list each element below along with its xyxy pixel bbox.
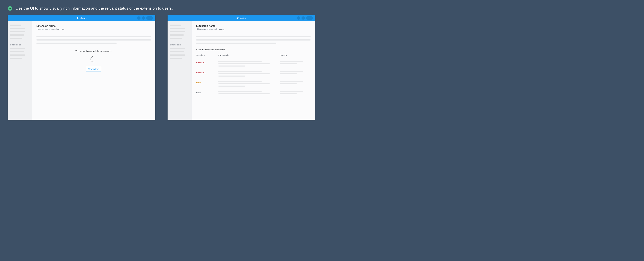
text-placeholder — [280, 61, 303, 62]
extension-subtitle: This extension is currently running. — [196, 28, 310, 30]
scan-status-message: The image is currently being scanned. — [76, 50, 112, 52]
sidebar-item[interactable] — [10, 34, 24, 36]
svg-rect-8 — [237, 17, 238, 18]
sidebar-section-label: EXTENSIONS — [10, 44, 30, 46]
sidebar-item[interactable] — [10, 31, 26, 32]
docker-brand: docker — [76, 17, 87, 19]
remedy-cell — [280, 91, 310, 94]
sidebar: EXTENSIONS — [168, 21, 192, 120]
sidebar-extension-item[interactable] — [170, 54, 185, 56]
table-header: Severity ↑ Error Details Remedy — [196, 54, 310, 58]
docker-brand-label: docker — [240, 17, 246, 19]
text-placeholder — [218, 65, 246, 66]
table-row[interactable]: HIGH — [196, 78, 310, 88]
text-placeholder — [280, 81, 303, 82]
error-details-cell — [218, 71, 272, 77]
text-placeholder — [218, 93, 270, 94]
spinner-icon — [90, 55, 98, 63]
docker-logo-icon — [76, 17, 80, 19]
content-area: Extension Name This extension is current… — [32, 21, 155, 120]
extension-subtitle: This extension is currently running. — [36, 28, 151, 30]
text-placeholder — [218, 91, 262, 92]
text-placeholder — [280, 63, 297, 64]
check-icon — [8, 6, 12, 11]
titlebar-control-icon[interactable] — [137, 16, 140, 20]
example-panels: docker EXTENSIONS — [8, 15, 636, 120]
severity-cell: CRITICAL — [196, 71, 218, 74]
table-row[interactable]: LOW — [196, 88, 310, 96]
guideline-row: Use the UI to show visually rich informa… — [8, 6, 636, 11]
sidebar-item[interactable] — [170, 34, 184, 36]
docker-brand-label: docker — [80, 17, 87, 19]
text-placeholder — [280, 93, 297, 94]
vulnerabilities-table: Severity ↑ Error Details Remedy CRITICAL… — [196, 54, 310, 96]
remedy-cell — [280, 81, 310, 84]
sidebar-item[interactable] — [10, 38, 22, 39]
text-placeholder — [280, 71, 303, 72]
titlebar-control-icon[interactable] — [302, 16, 305, 20]
error-details-cell — [218, 61, 272, 66]
sidebar-section-label: EXTENSIONS — [170, 44, 190, 46]
text-placeholder — [218, 81, 262, 82]
sidebar-extension-item[interactable] — [10, 54, 26, 56]
sidebar-item[interactable] — [10, 28, 25, 29]
description-line — [36, 42, 116, 44]
text-placeholder — [218, 83, 270, 84]
severity-cell: LOW — [196, 91, 218, 94]
titlebar: docker — [168, 15, 315, 21]
column-header-error-details[interactable]: Error Details — [218, 54, 280, 56]
description-line — [36, 36, 151, 37]
sidebar-divider — [170, 42, 190, 42]
svg-rect-9 — [238, 17, 238, 18]
text-placeholder — [280, 83, 297, 84]
column-header-severity[interactable]: Severity ↑ — [196, 54, 218, 56]
error-details-cell — [218, 81, 272, 87]
sidebar-item[interactable] — [170, 24, 181, 26]
text-placeholder — [218, 63, 270, 64]
sidebar-divider — [10, 42, 30, 42]
sidebar-extension-item[interactable] — [170, 51, 184, 52]
sidebar-item[interactable] — [170, 28, 185, 29]
text-placeholder — [218, 71, 262, 72]
svg-rect-4 — [78, 17, 78, 18]
error-details-cell — [218, 91, 272, 94]
view-details-button[interactable]: View details — [86, 67, 101, 71]
sidebar-item[interactable] — [170, 38, 182, 39]
docker-brand: docker — [236, 17, 246, 19]
text-placeholder — [218, 73, 270, 74]
text-placeholder — [218, 86, 246, 87]
sidebar-extension-item[interactable] — [10, 48, 25, 49]
sidebar-extension-item[interactable] — [10, 58, 22, 59]
titlebar-control-icon[interactable] — [297, 16, 300, 20]
example-panel-results: docker EXTENSIONS — [168, 15, 315, 120]
titlebar: docker — [8, 15, 155, 21]
description-line — [196, 42, 276, 44]
description-line — [36, 39, 151, 40]
extension-title: Extension Name — [36, 24, 151, 27]
example-panel-scanning: docker EXTENSIONS — [8, 15, 155, 120]
sidebar-extension-item[interactable] — [170, 58, 182, 59]
svg-rect-3 — [77, 17, 78, 18]
content-area: Extension Name This extension is current… — [192, 21, 315, 120]
table-row[interactable]: CRITICAL — [196, 58, 310, 68]
text-placeholder — [280, 91, 303, 92]
description-line — [196, 36, 310, 37]
remedy-cell — [280, 61, 310, 64]
severity-cell: HIGH — [196, 81, 218, 84]
sidebar-extension-item[interactable] — [10, 51, 24, 52]
titlebar-controls — [297, 15, 313, 21]
titlebar-control-icon[interactable] — [142, 16, 145, 20]
sidebar-item[interactable] — [10, 24, 21, 26]
titlebar-control-pill[interactable] — [146, 16, 153, 20]
column-header-remedy[interactable]: Remedy — [280, 54, 310, 56]
column-header-severity-label: Severity — [196, 54, 203, 56]
text-placeholder — [280, 73, 297, 74]
extension-title: Extension Name — [196, 24, 310, 27]
table-row[interactable]: CRITICAL — [196, 68, 310, 78]
titlebar-controls — [137, 15, 153, 21]
sidebar-item[interactable] — [170, 31, 185, 32]
guideline-text: Use the UI to show visually rich informa… — [16, 6, 173, 11]
titlebar-control-pill[interactable] — [306, 16, 313, 20]
sort-arrow-icon: ↑ — [204, 54, 205, 56]
sidebar-extension-item[interactable] — [170, 48, 185, 49]
